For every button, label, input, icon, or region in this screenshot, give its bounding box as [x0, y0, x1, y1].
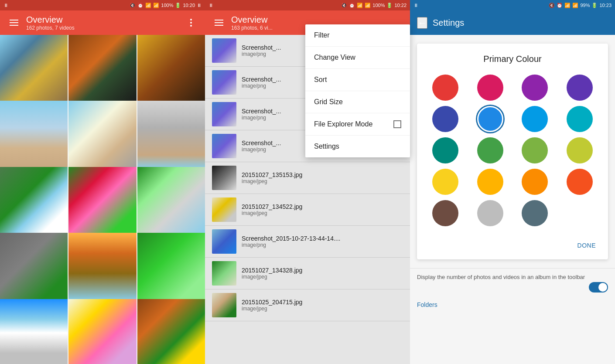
- color-lime[interactable]: [567, 137, 593, 163]
- photo-cell[interactable]: [137, 299, 205, 364]
- color-grey[interactable]: [477, 200, 503, 226]
- menu-item-settings[interactable]: Settings: [305, 136, 410, 157]
- color-light-green[interactable]: [522, 137, 548, 163]
- battery-label-1: 100%: [161, 3, 173, 8]
- color-red[interactable]: [432, 75, 458, 101]
- color-blue[interactable]: [477, 106, 503, 132]
- color-yellow[interactable]: [432, 169, 458, 195]
- photo-cell[interactable]: [0, 101, 68, 168]
- overview-subtitle-1: 162 photos, 7 videos: [26, 25, 179, 31]
- photo-cell[interactable]: [0, 167, 68, 235]
- file-explorer-label: File Explorer Mode: [314, 120, 372, 128]
- color-cell[interactable]: [471, 75, 510, 101]
- color-cell[interactable]: [426, 169, 465, 195]
- pause-icon-1: ⏸: [3, 3, 8, 8]
- status-right-2: 🔇 ⏰ 📶 📶 100% 🔋 10:22: [341, 3, 407, 8]
- color-green[interactable]: [477, 137, 503, 163]
- photo-cell[interactable]: [137, 35, 205, 102]
- color-deep-orange[interactable]: [567, 169, 593, 195]
- battery-label-2: 100%: [372, 3, 385, 8]
- folders-section-label: Folders: [410, 298, 615, 312]
- menu-item-filter[interactable]: Filter: [305, 24, 410, 47]
- photo-cell[interactable]: [0, 299, 68, 364]
- wifi-icon-3: 📶: [564, 3, 571, 8]
- hamburger-button-2[interactable]: [212, 16, 226, 30]
- menu-item-file-explorer[interactable]: File Explorer Mode: [305, 113, 410, 136]
- color-cell[interactable]: [515, 137, 555, 163]
- color-teal[interactable]: [432, 137, 458, 163]
- photo-grid: [0, 35, 205, 364]
- panel2-list: ⏸ 🔇 ⏰ 📶 📶 100% 🔋 10:22 Overview 163 phot…: [205, 0, 410, 364]
- back-button[interactable]: ←: [417, 17, 427, 29]
- color-amber[interactable]: [477, 169, 503, 195]
- photo-cell[interactable]: [137, 233, 205, 300]
- color-grid: [426, 75, 599, 226]
- photo-cell[interactable]: [68, 101, 136, 168]
- color-cell[interactable]: [471, 106, 510, 132]
- menu-item-grid-size[interactable]: Grid Size: [305, 91, 410, 113]
- menu-item-sort[interactable]: Sort: [305, 69, 410, 91]
- alarm-icon-1: ⏰: [137, 3, 144, 8]
- settings-title: Settings: [433, 18, 608, 28]
- color-cell[interactable]: [426, 137, 465, 163]
- color-cell-empty: [560, 200, 600, 226]
- color-cell[interactable]: [560, 106, 600, 132]
- status-bar-3: ⏸ 🔇 ⏰ 📶 📶 99% 🔋 10:23: [410, 0, 615, 10]
- more-options-button-1[interactable]: [184, 16, 198, 30]
- color-cell[interactable]: [515, 75, 555, 101]
- color-brown[interactable]: [432, 200, 458, 226]
- photo-cell[interactable]: [68, 233, 136, 300]
- alarm-icon-3: ⏰: [557, 3, 563, 8]
- color-indigo[interactable]: [432, 106, 458, 132]
- battery-icon-3: 🔋: [591, 3, 598, 8]
- settings-description-text: Display the number of photos and videos …: [417, 274, 585, 280]
- signal-icon-3: 📶: [572, 3, 578, 8]
- color-purple[interactable]: [522, 75, 548, 101]
- color-cell[interactable]: [426, 200, 465, 226]
- hamburger-button-1[interactable]: [7, 16, 21, 30]
- color-cell[interactable]: [426, 75, 465, 101]
- alarm-icon-2: ⏰: [349, 3, 355, 8]
- color-pink[interactable]: [477, 75, 503, 101]
- photo-cell[interactable]: [137, 101, 205, 168]
- time-2: 10:22: [394, 3, 407, 8]
- color-cell[interactable]: [515, 169, 555, 195]
- color-cell[interactable]: [426, 106, 465, 132]
- photo-cell[interactable]: [68, 299, 136, 364]
- mute-icon-3: 🔇: [549, 3, 555, 8]
- photo-cell[interactable]: [0, 35, 68, 102]
- color-cell[interactable]: [515, 200, 555, 226]
- dots-vertical-icon-1: [190, 19, 192, 27]
- mute-icon-1: 🔇: [130, 3, 136, 8]
- status-left-2: ⏸: [208, 3, 213, 8]
- overview-title-1: Overview: [26, 15, 179, 25]
- color-deep-purple[interactable]: [567, 75, 593, 101]
- status-right-3: 🔇 ⏰ 📶 📶 99% 🔋 10:23: [549, 3, 612, 8]
- time-1: 10:20: [183, 3, 195, 8]
- done-button[interactable]: DONE: [574, 238, 599, 252]
- color-cell[interactable]: [471, 169, 510, 195]
- color-blue-grey[interactable]: [522, 200, 548, 226]
- photo-cell[interactable]: [68, 167, 136, 235]
- menu-item-change-view[interactable]: Change View: [305, 47, 410, 69]
- color-cell[interactable]: [471, 137, 510, 163]
- color-cell[interactable]: [560, 137, 600, 163]
- time-3: 10:23: [599, 3, 612, 8]
- color-cell[interactable]: [560, 169, 600, 195]
- photo-cell[interactable]: [137, 167, 205, 235]
- color-light-blue[interactable]: [522, 106, 548, 132]
- settings-description: Display the number of photos and videos …: [410, 268, 615, 298]
- photo-cell[interactable]: [0, 233, 68, 300]
- color-cell[interactable]: [560, 75, 600, 101]
- status-bar-2: ⏸ 🔇 ⏰ 📶 📶 100% 🔋 10:22: [205, 0, 410, 10]
- color-cyan[interactable]: [567, 106, 593, 132]
- change-view-label: Change View: [314, 54, 355, 61]
- status-left-3: ⏸: [413, 3, 418, 8]
- color-cell[interactable]: [471, 200, 510, 226]
- pause-icon-2: ⏸: [208, 3, 213, 8]
- battery-icon-2: 🔋: [386, 3, 393, 8]
- photo-cell[interactable]: [68, 35, 136, 102]
- color-orange[interactable]: [522, 169, 548, 195]
- color-cell[interactable]: [515, 106, 555, 132]
- file-explorer-checkbox[interactable]: [393, 120, 401, 128]
